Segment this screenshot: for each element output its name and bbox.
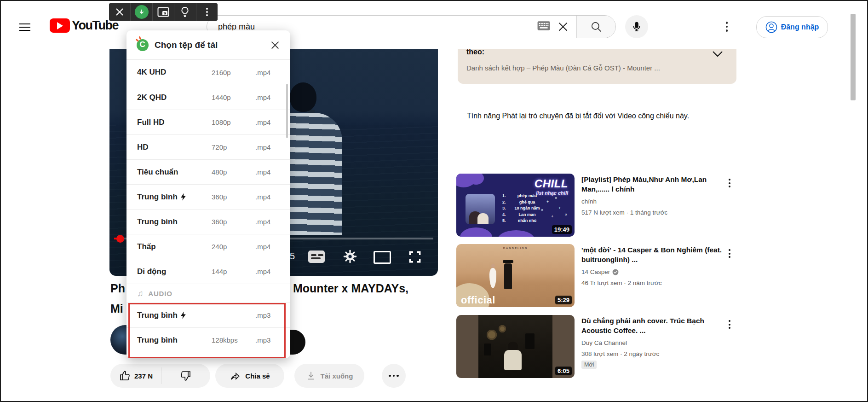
toolbar-pip-button[interactable] [153,3,174,21]
thumb-overlay-text: official [461,294,495,306]
chevron-down-icon[interactable] [712,50,724,59]
suggested-video-title[interactable]: [Playlist] Phép Màu,Như Anh Mơ,Lan Man,.… [581,175,725,194]
video-thumbnail[interactable]: DANDELION official 5:29 [456,244,575,307]
download-icon [306,371,316,381]
quality-row-sd[interactable]: Tiêu chuẩn 480p .mp4 [126,159,290,184]
suggested-video-row[interactable]: DANDELION official 5:29 'một đời' - 14 C… [456,244,737,307]
suggested-video-meta: 517 N lượt xem · 1 tháng trước [581,208,667,217]
duration-badge: 19:49 [552,225,572,234]
playlist-panel[interactable]: theo: Hẹn Em Ở Lần Yêu Thứ 2 - Nguyenn x… [458,45,736,84]
youtube-logo[interactable]: YouTube [50,18,118,33]
verified-badge-icon [612,269,619,275]
duration-badge: 6:05 [555,367,572,375]
video-title-fragment: Mounter x MAYDAYs, [293,282,408,295]
header-kebab-menu[interactable] [724,20,729,34]
toolbar-close-button[interactable] [109,3,131,21]
bride-figure [489,268,496,288]
quality-row-medium[interactable]: Trung bình 360p .mp4 [126,209,290,234]
suggested-video-meta: 308 lượt xem · 2 ngày trước [581,350,659,358]
account-icon [765,21,777,33]
share-icon [230,370,241,381]
share-label: Chia sẻ [245,372,270,380]
video-options-kebab[interactable] [729,319,730,331]
voice-search-button[interactable] [625,15,648,38]
popup-close-icon[interactable] [270,40,280,50]
captions-icon[interactable] [308,251,325,263]
groom-figure [504,263,512,289]
quality-row-2k[interactable]: 2K QHD 1440p .mp4 [126,85,290,110]
quality-row-fullhd[interactable]: Full HD 1080p .mp4 [126,110,290,134]
coccoc-browser-icon [137,39,149,51]
like-dislike-pill: 237 N [110,364,210,388]
extension-toolbar [109,3,218,21]
download-circle-icon [135,5,149,19]
more-icon [389,375,391,377]
video-title-fragment: Mi [110,302,123,315]
suggested-video-channel[interactable]: 14 Casper [581,268,610,276]
thumbs-up-icon [119,370,130,381]
video-options-kebab[interactable] [729,248,730,260]
quality-row-hd[interactable]: HD 720p .mp4 [126,134,290,159]
close-icon [115,7,124,17]
duration-badge: 5:29 [555,296,572,304]
quality-row-4k[interactable]: 4K UHD 2160p .mp4 [126,60,290,85]
keyboard-icon[interactable] [537,21,551,33]
audio-section-header: ♫ AUDIO [126,284,290,303]
lightbulb-icon [180,6,190,17]
popup-scrollbar-thumb[interactable] [286,84,288,138]
playlist-name: Danh sách kết hợp – Phép Màu (Đàn Cá Gỗ … [466,64,715,72]
suggested-video-title[interactable]: 'một đời' - 14 Casper & Bon Nghiêm (feat… [581,245,725,264]
music-note-icon: ♫ [137,289,144,298]
playhead-dot[interactable] [116,235,124,243]
album-art [466,194,495,224]
youtube-page: 5 Ph Mounter x MAYDAYs, Mi 237 N Chia sẻ… [0,0,868,402]
miniplayer-icon[interactable] [374,251,391,264]
download-label: Tải xuống [321,372,353,380]
quality-row-low[interactable]: Thấp 240p .mp4 [126,234,290,259]
suggested-video-channel[interactable]: chính [581,197,597,206]
quality-row-mobile[interactable]: Di động 144p .mp4 [126,259,290,284]
settings-icon[interactable] [342,249,358,266]
suggested-video-meta: 46 Tr lượt xem · 2 năm trước [581,279,662,287]
clear-search-icon[interactable] [557,21,569,33]
video-options-kebab[interactable] [729,177,730,189]
toolbar-tips-button[interactable] [174,3,196,21]
popup-header: Chọn tệp để tải [126,30,290,60]
quality-row-medium-fast[interactable]: Trung bình 360p .mp4 [126,184,290,209]
dislike-button[interactable] [161,370,210,381]
chat-replay-notice: Tính năng Phát lại trò chuyện đã bị tắt … [467,110,692,122]
fullscreen-icon[interactable] [408,250,422,266]
suggested-video-title[interactable]: Dù chẳng phải anh cover. Trúc Bạch Acous… [581,316,725,335]
toolbar-download-button[interactable] [131,3,152,21]
suggested-video-row[interactable]: 6:05 Dù chẳng phải anh cover. Trúc Bạch … [456,315,737,378]
new-badge: Mới [581,361,597,369]
hamburger-menu[interactable] [19,21,30,33]
thumb-brand: DANDELION [456,247,575,250]
person-silhouette [290,82,316,112]
page-scrollbar-thumb[interactable] [851,14,856,100]
audio-highlight-box [128,303,286,358]
flash-icon [180,193,186,201]
track-list: 1.phép màu 2.ghé qua 3.10 ngàn năm 4.Lan… [502,193,544,224]
microphone-icon [631,21,642,32]
search-button[interactable] [576,16,615,38]
time-display: 5 [290,251,295,262]
suggested-video-channel[interactable]: Duy Cá Channel [581,338,627,347]
like-button[interactable]: 237 N [110,370,153,381]
pip-icon [157,7,169,17]
download-button[interactable]: Tải xuống [294,364,364,388]
sign-in-label: Đăng nhập [781,23,819,31]
more-actions-button[interactable] [382,364,406,388]
video-thumbnail[interactable]: CHILL list nhạc chill 1.phép màu 2.ghé q… [456,174,575,237]
like-count: 237 N [134,372,153,380]
sign-in-button[interactable]: Đăng nhập [756,16,828,38]
thumbs-down-icon [180,370,191,381]
share-button[interactable]: Chia sẻ [215,364,284,388]
youtube-play-icon [50,18,70,33]
toolbar-kebab-menu[interactable] [196,3,218,21]
singer-figure [508,342,518,351]
video-title-fragment: Ph [110,282,125,295]
search-icon [590,21,602,33]
video-thumbnail[interactable]: 6:05 [456,315,575,378]
suggested-video-row[interactable]: CHILL list nhạc chill 1.phép màu 2.ghé q… [456,174,737,237]
